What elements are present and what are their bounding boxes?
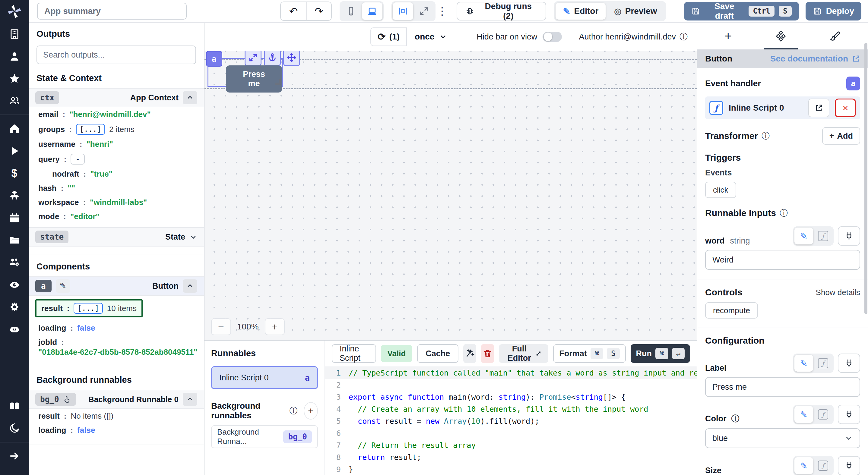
open-script-icon[interactable] [808,99,829,117]
component-a-header-row[interactable]: a ✎ Button [29,276,204,296]
cubes-icon[interactable] [0,184,29,207]
schedule-dropdown[interactable]: once [407,27,456,46]
ctx-row-hash[interactable]: hash:"" [29,181,204,195]
remove-script-icon[interactable]: × [835,99,856,117]
cache-button[interactable]: Cache [417,344,459,363]
dollar-icon[interactable]: $ [0,162,29,184]
component-jobid-value[interactable]: "018b1a4e-62c7-db5b-8578-852ab8049511" [29,347,204,361]
event-click-pill[interactable]: click [705,182,736,198]
app-canvas[interactable]: a Press me − 100% + [205,50,697,340]
styling-tab[interactable] [824,23,847,49]
hide-bar-toggle[interactable] [542,32,562,42]
expand-object-badge[interactable]: - [70,154,85,165]
expand-array-badge[interactable]: [...] [76,124,105,135]
center-content-icon[interactable] [393,2,413,20]
expand-state-button[interactable] [189,233,197,241]
fullscreen-icon[interactable] [414,2,434,20]
desktop-view-icon[interactable] [362,2,382,20]
save-draft-button[interactable]: Save draft Ctrl S [684,2,799,21]
label-input-field[interactable] [705,377,860,397]
event-handler-component-badge[interactable]: a [846,76,860,91]
ai-wand-icon[interactable] [463,344,476,363]
code-line[interactable]: 8 return result; [325,451,697,464]
delete-script-icon[interactable] [481,344,494,363]
scrollbar[interactable] [864,43,867,314]
static-mode-pencil-icon[interactable]: ✎ [795,355,813,372]
expand-sidebar-arrow-icon[interactable] [0,445,29,467]
background-runnable-item[interactable]: Background Runna... bg_0 [211,425,318,448]
play-icon[interactable] [0,140,29,162]
deploy-button[interactable]: Deploy [806,2,861,21]
see-documentation-link[interactable]: See documentation [770,54,860,64]
eye-icon[interactable] [0,274,29,296]
calendar-icon[interactable] [0,207,29,229]
eval-mode-function-icon[interactable]: ƒ [814,355,832,372]
connect-plug-icon[interactable] [838,456,860,475]
ctx-row-workspace[interactable]: workspace:"windmill-labs" [29,195,204,209]
ctx-row-mode[interactable]: mode:"editor" [29,209,204,224]
code-line[interactable]: 7 // Return the result array [325,439,697,451]
component-settings-tab[interactable] [769,23,792,49]
eval-mode-function-icon[interactable]: ƒ [814,406,832,423]
code-editor-content[interactable]: 1// TypeScript function called "main" th… [325,367,697,475]
code-line[interactable]: 3export async function main(word: string… [325,391,697,403]
bg0-chip[interactable]: bg_0 [35,393,76,406]
book-icon[interactable] [0,395,29,417]
building-icon[interactable] [0,23,29,45]
info-icon[interactable]: ⓘ [680,31,688,42]
state-header-row[interactable]: state State [29,227,204,246]
collapse-bg0-button[interactable] [183,393,197,406]
zoom-out-button[interactable]: − [211,318,231,335]
gear-icon[interactable] [0,296,29,318]
collapse-ctx-button[interactable] [183,91,197,104]
ctx-row-nodraft[interactable]: nodraft:"true" [29,167,204,181]
ctx-row-groups[interactable]: groups:[...]2 items [29,122,204,137]
refresh-button[interactable]: ⟳ (1) [370,27,407,46]
connect-plug-icon[interactable] [838,353,860,373]
full-editor-button[interactable]: Full Editor [499,344,548,363]
user-group-icon[interactable] [0,90,29,112]
folder-icon[interactable] [0,229,29,251]
add-background-runnable-button[interactable]: + [304,402,318,419]
info-icon[interactable]: ⓘ [762,131,770,141]
robot-icon[interactable] [0,318,29,341]
moon-icon[interactable] [0,417,29,439]
mobile-view-icon[interactable] [341,2,361,20]
code-line[interactable]: 6 [325,428,697,439]
editor-tab[interactable]: ✎Editor [556,3,606,20]
edit-id-icon[interactable]: ✎ [56,279,70,293]
app-summary-input[interactable] [37,3,187,20]
eval-mode-function-icon[interactable]: ƒ [814,228,832,244]
search-outputs-input[interactable] [36,45,196,64]
ctx-header-row[interactable]: ctx App Context [29,88,204,107]
add-transformer-button[interactable]: +Add [822,127,860,145]
bg0-result-row[interactable]: result:No items ([]) [29,409,204,423]
connect-plug-icon[interactable] [838,226,860,246]
move-component-icon[interactable] [283,50,300,66]
more-options-icon[interactable]: ⋮ [435,2,449,20]
code-line[interactable]: 5 const result = new Array(10).fill(word… [325,415,697,428]
format-button[interactable]: Format ⌘ S [553,344,625,363]
color-select[interactable]: blue [705,428,860,448]
code-line[interactable]: 9} [325,464,697,475]
press-me-button[interactable]: Press me [226,65,282,93]
component-a-chip[interactable]: a [35,280,52,292]
group-gear-icon[interactable] [0,251,29,274]
code-line[interactable]: 2 [325,379,697,391]
home-icon[interactable] [0,117,29,140]
ctx-chip[interactable]: ctx [35,91,59,104]
component-loading-row[interactable]: loading:false [29,321,204,335]
info-icon[interactable]: ⓘ [780,208,788,218]
static-mode-pencil-icon[interactable]: ✎ [795,406,813,423]
insert-component-tab[interactable]: + [718,23,738,49]
word-input-field[interactable] [705,250,860,270]
collapse-component-a-button[interactable] [183,279,197,293]
ctx-row-username[interactable]: username:"henri" [29,137,204,151]
undo-button[interactable]: ↶ [281,2,306,20]
component-jobid-row[interactable]: jobId: [29,335,204,347]
windmill-logo[interactable] [0,0,29,23]
expand-array-badge[interactable]: [...] [73,303,102,314]
eval-mode-function-icon[interactable]: ƒ [814,457,832,474]
code-line[interactable]: 4 // Create an array with 10 elements, f… [325,403,697,415]
static-mode-pencil-icon[interactable]: ✎ [795,228,813,244]
